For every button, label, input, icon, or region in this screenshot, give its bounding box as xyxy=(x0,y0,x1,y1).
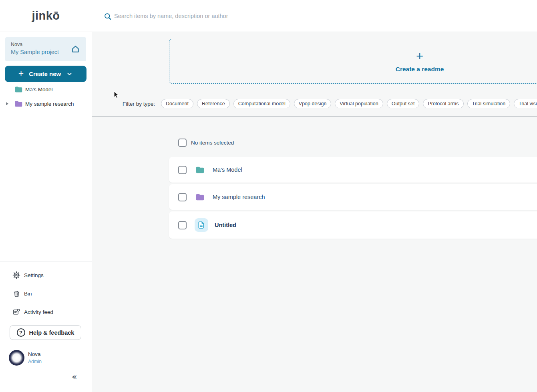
create-readme-label: Create a readme xyxy=(396,66,444,73)
list-item-mas-model[interactable]: Ma's Model xyxy=(169,157,537,183)
folder-icon xyxy=(195,165,205,175)
folder-icon xyxy=(14,85,23,94)
filter-by-type-label: Filter by type: xyxy=(123,101,155,107)
app-root: jinkō Nova My Sample project + Create ne… xyxy=(0,0,537,392)
home-icon[interactable] xyxy=(71,44,80,55)
sidebar-item-label: My sample research xyxy=(25,101,74,107)
filter-chip-output-set[interactable]: Output set xyxy=(387,99,420,108)
activity-feed-icon xyxy=(12,308,21,316)
filter-bar: Filter by type: Document Reference Compu… xyxy=(123,99,537,108)
filter-chip-document[interactable]: Document xyxy=(161,99,193,108)
filter-chip-trial-visualization[interactable]: Trial visualization xyxy=(514,99,537,108)
list-item-label: Untitled xyxy=(215,222,236,228)
sidebar-item-label: Ma's Model xyxy=(25,86,53,92)
list-item-label: Ma's Model xyxy=(213,167,242,173)
create-new-label: Create new xyxy=(29,70,61,77)
create-readme-dropzone[interactable]: + Create a readme xyxy=(169,39,537,84)
project-selector[interactable]: Nova My Sample project xyxy=(5,37,86,61)
app-logo: jinkō xyxy=(32,9,60,22)
filter-chip-vpop-design[interactable]: Vpop design xyxy=(294,99,332,108)
filter-chip-reference[interactable]: Reference xyxy=(197,99,230,108)
plus-icon: + xyxy=(18,69,24,78)
row-checkbox[interactable] xyxy=(178,193,187,201)
help-feedback-label: Help & feedback xyxy=(29,330,74,336)
trash-icon xyxy=(12,290,21,298)
folder-icon xyxy=(195,193,205,202)
sidebar-item-mas-model[interactable]: Ma's Model xyxy=(0,84,92,94)
sidebar-item-settings[interactable]: Settings xyxy=(0,268,92,282)
list-item-untitled[interactable]: Untitled xyxy=(169,211,537,239)
question-mark-icon: ? xyxy=(17,328,25,337)
create-new-button[interactable]: + Create new xyxy=(5,66,86,82)
select-all-checkbox[interactable] xyxy=(178,139,187,147)
sidebar-item-bin[interactable]: Bin xyxy=(0,287,92,300)
user-name: Nova xyxy=(28,351,42,357)
user-role: Admin xyxy=(28,359,42,364)
avatar xyxy=(9,350,24,366)
project-org-label: Nova xyxy=(11,42,22,47)
sidebar-item-activity-feed[interactable]: Activity feed xyxy=(0,305,92,319)
collapse-sidebar-button[interactable]: « xyxy=(72,372,77,382)
row-checkbox[interactable] xyxy=(178,166,187,174)
sidebar-item-my-sample-research[interactable]: My sample research xyxy=(0,99,92,109)
search-icon xyxy=(104,12,112,22)
activity-feed-label: Activity feed xyxy=(24,309,53,315)
filter-chip-protocol-arms[interactable]: Protocol arms xyxy=(423,99,463,108)
list-item-label: My sample research xyxy=(213,194,265,200)
help-feedback-button[interactable]: ? Help & feedback xyxy=(10,325,81,340)
plus-icon: + xyxy=(416,50,423,62)
main-content: + Create a readme Filter by type: Docume… xyxy=(92,32,537,392)
filter-chip-virtual-population[interactable]: Virtual population xyxy=(335,99,383,108)
search-input[interactable] xyxy=(114,11,362,21)
bin-label: Bin xyxy=(24,291,32,297)
row-checkbox[interactable] xyxy=(178,221,187,229)
selection-status-label: No items selected xyxy=(191,140,234,146)
settings-label: Settings xyxy=(24,272,44,278)
chevron-down-icon xyxy=(66,70,73,77)
sidebar-header: jinkō xyxy=(0,0,92,32)
project-name-label: My Sample project xyxy=(11,49,59,55)
section-divider xyxy=(92,117,537,117)
filter-chip-trial-simulation[interactable]: Trial simulation xyxy=(467,99,511,108)
topbar xyxy=(92,0,537,32)
document-icon xyxy=(195,218,208,232)
filter-chip-computational-model[interactable]: Computational model xyxy=(233,99,290,108)
sidebar: jinkō Nova My Sample project + Create ne… xyxy=(0,0,92,392)
list-item-my-sample-research[interactable]: My sample research xyxy=(169,184,537,210)
folder-icon xyxy=(14,100,23,108)
expand-caret-icon[interactable] xyxy=(0,102,14,105)
gear-icon xyxy=(12,271,21,279)
sidebar-divider xyxy=(0,261,92,261)
item-list: Ma's Model My sample research xyxy=(169,157,537,240)
user-menu[interactable]: Nova Admin xyxy=(9,350,42,366)
selection-header: No items selected xyxy=(178,139,234,147)
